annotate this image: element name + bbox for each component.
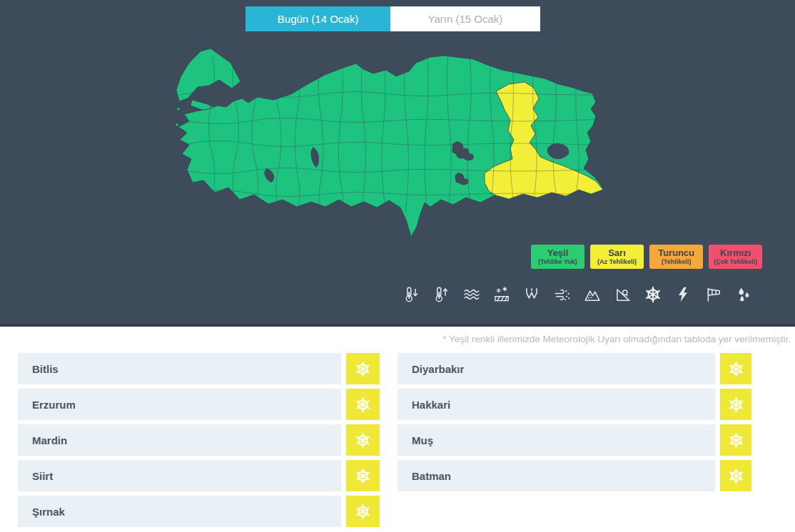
province-name: Erzurum [18,389,341,420]
snow-warning-badge[interactable] [720,424,751,456]
weather-warning-page: Bugün (14 Ocak) Yarın (15 Ocak) [0,0,795,532]
legend-sublabel: (Tehlike Yok) [538,258,577,266]
province-row[interactable]: Diyarbakır [398,353,751,384]
province-name: Şırnak [18,496,341,527]
freezing-rain-icon [522,285,541,304]
strong-wind-icon [704,285,723,304]
map-landmass [176,48,603,237]
province-name: Batman [398,460,715,491]
legend-sublabel: (Çok Tehlikeli) [714,258,757,266]
province-name: Diyarbakır [398,353,715,384]
province-name: Hakkari [398,389,715,420]
province-row[interactable]: Muş [398,424,751,456]
province-name: Siirt [18,460,341,491]
heavy-rain-icon [734,285,753,304]
snowflake-icon [354,396,372,414]
legend-sublabel: (Az Tehlikeli) [597,258,637,266]
province-row[interactable]: Bitlis [18,353,380,384]
province-column-right: Diyarbakır Hakkari Muş Batman [398,353,751,496]
snow-warning-badge[interactable] [346,353,380,384]
province-row[interactable]: Şırnak [18,496,380,527]
legend-label: Sarı [608,248,626,258]
low-temperature-icon [402,285,420,304]
province-name: Bitlis [18,353,341,384]
legend-label: Kırmızı [720,248,751,258]
province-name: Muş [398,424,715,456]
snow-warning-badge[interactable] [720,389,751,420]
snow-warning-badge[interactable] [346,496,380,527]
day-tabs: Bugün (14 Ocak) Yarın (15 Ocak) [245,6,540,31]
ground-frost-icon [492,285,511,304]
snow-icon [644,285,662,304]
high-temperature-icon [432,285,450,304]
severity-legend: Yeşil (Tehlike Yok) Sarı (Az Tehlikeli) … [531,245,762,269]
province-column-left: Bitlis Erzurum Mardin Siirt [18,353,380,531]
landslide-icon [614,285,632,304]
snowflake-icon [727,396,745,414]
snow-warning-badge[interactable] [346,460,380,491]
legend-label: Yeşil [547,248,569,258]
avalanche-icon [583,285,602,304]
snowflake-icon [354,467,372,485]
legend-sublabel: (Tehlikeli) [662,258,691,266]
snowflake-icon [354,431,372,449]
turkey-warning-map[interactable] [173,41,614,250]
snowflake-icon [354,360,372,378]
province-row[interactable]: Mardin [18,424,380,456]
legend-item: Turuncu (Tehlikeli) [649,245,703,269]
province-name: Mardin [18,424,341,456]
province-row[interactable]: Erzurum [18,389,380,420]
tab-tomorrow[interactable]: Yarın (15 Ocak) [390,6,540,31]
snow-warning-badge[interactable] [346,389,380,420]
tab-today[interactable]: Bugün (14 Ocak) [245,6,390,31]
legend-item: Sarı (Az Tehlikeli) [590,245,644,269]
snowflake-icon [727,360,745,378]
snowflake-icon [727,467,745,485]
fog-icon [462,285,481,304]
province-row[interactable]: Siirt [18,460,380,491]
warning-type-icons [402,282,753,307]
legend-label: Turuncu [658,248,694,258]
province-row[interactable]: Batman [398,460,751,491]
snow-warning-badge[interactable] [720,353,751,384]
province-row[interactable]: Hakkari [398,389,751,420]
snow-warning-badge[interactable] [720,460,751,491]
legend-item: Yeşil (Tehlike Yok) [531,245,584,269]
green-provinces-note: * Yeşil renkli illerimizde Meteorolojik … [442,334,791,344]
legend-item: Kırmızı (Çok Tehlikeli) [709,245,762,269]
thunderstorm-icon [674,285,692,304]
snowflake-icon [727,431,745,449]
snow-warning-badge[interactable] [346,424,380,456]
snowflake-icon [354,503,372,521]
blowing-snow-icon [553,285,572,304]
